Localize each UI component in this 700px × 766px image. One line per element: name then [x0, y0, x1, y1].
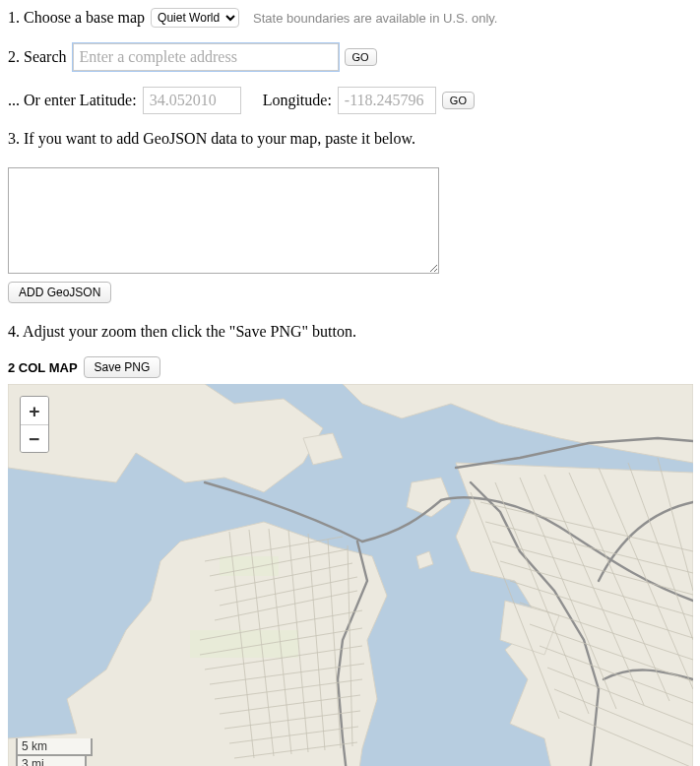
- search-go-button[interactable]: GO: [345, 48, 377, 66]
- map-header: 2 COL MAP Save PNG: [8, 356, 692, 378]
- step-1-label: 1. Choose a base map: [8, 9, 145, 27]
- geojson-textarea[interactable]: [8, 167, 439, 274]
- zoom-out-button[interactable]: −: [21, 424, 48, 452]
- scale-control: 5 km 3 mi: [16, 738, 93, 766]
- latitude-input[interactable]: [143, 87, 241, 114]
- zoom-in-button[interactable]: +: [21, 397, 48, 424]
- step-4-row: 4. Adjust your zoom then click the "Save…: [8, 323, 692, 341]
- map-svg: [8, 384, 693, 766]
- map[interactable]: + − 5 km 3 mi: [8, 384, 693, 766]
- basemap-select[interactable]: Quiet World: [151, 8, 239, 28]
- latlng-go-button[interactable]: GO: [442, 92, 475, 109]
- latitude-label: ... Or enter Latitude:: [8, 92, 137, 109]
- zoom-control: + −: [20, 396, 49, 453]
- latlng-row: ... Or enter Latitude: Longitude: GO: [8, 87, 692, 114]
- step-1-row: 1. Choose a base map Quiet World State b…: [8, 8, 692, 28]
- scale-km: 5 km: [16, 738, 93, 756]
- longitude-label: Longitude:: [263, 92, 332, 109]
- search-input[interactable]: [73, 43, 339, 71]
- step-3-label: 3. If you want to add GeoJSON data to yo…: [8, 130, 415, 147]
- add-geojson-button[interactable]: ADD GeoJSON: [8, 282, 111, 303]
- step-4-label: 4. Adjust your zoom then click the "Save…: [8, 323, 356, 340]
- step-2-row: 2. Search GO: [8, 43, 692, 71]
- step-2-label: 2. Search: [8, 48, 67, 66]
- step-1-note: State boundaries are available in U.S. o…: [253, 11, 497, 26]
- longitude-input[interactable]: [338, 87, 436, 114]
- save-png-button[interactable]: Save PNG: [84, 356, 161, 378]
- svg-rect-2: [220, 556, 279, 576]
- map-title: 2 COL MAP: [8, 360, 78, 375]
- step-3-block: 3. If you want to add GeoJSON data to yo…: [8, 130, 692, 303]
- scale-mi: 3 mi: [16, 756, 87, 766]
